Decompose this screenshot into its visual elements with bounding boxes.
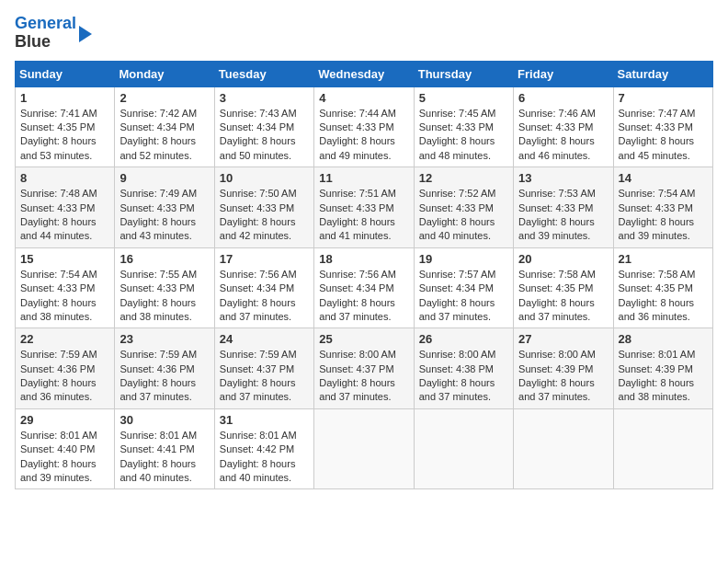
calendar-cell: 6 Sunrise: 7:46 AM Sunset: 4:33 PM Dayli… [514, 86, 613, 167]
day-number: 1 [20, 91, 109, 105]
day-info: Sunrise: 7:46 AM Sunset: 4:33 PM Dayligh… [518, 107, 608, 164]
calendar-cell [514, 408, 613, 489]
calendar-week-4: 22 Sunrise: 7:59 AM Sunset: 4:36 PM Dayl… [16, 328, 713, 409]
day-info: Sunrise: 7:42 AM Sunset: 4:34 PM Dayligh… [119, 107, 209, 164]
calendar-cell: 22 Sunrise: 7:59 AM Sunset: 4:36 PM Dayl… [16, 328, 115, 409]
day-info: Sunrise: 7:58 AM Sunset: 4:35 PM Dayligh… [619, 268, 708, 325]
calendar-week-5: 29 Sunrise: 8:01 AM Sunset: 4:40 PM Dayl… [16, 408, 713, 489]
day-info: Sunrise: 7:47 AM Sunset: 4:33 PM Dayligh… [619, 107, 708, 164]
calendar-cell: 23 Sunrise: 7:59 AM Sunset: 4:36 PM Dayl… [115, 328, 214, 409]
day-number: 8 [20, 171, 109, 185]
header-saturday: Saturday [613, 61, 712, 86]
calendar-cell: 5 Sunrise: 7:45 AM Sunset: 4:33 PM Dayli… [414, 86, 513, 167]
day-number: 4 [319, 91, 408, 105]
logo: General Blue [15, 15, 92, 52]
calendar-cell: 12 Sunrise: 7:52 AM Sunset: 4:33 PM Dayl… [414, 167, 513, 248]
calendar-cell [314, 408, 414, 489]
calendar-cell: 1 Sunrise: 7:41 AM Sunset: 4:35 PM Dayli… [16, 86, 115, 167]
day-info: Sunrise: 7:54 AM Sunset: 4:33 PM Dayligh… [20, 268, 109, 325]
calendar-cell: 29 Sunrise: 8:01 AM Sunset: 4:40 PM Dayl… [16, 408, 115, 489]
calendar-cell: 25 Sunrise: 8:00 AM Sunset: 4:37 PM Dayl… [314, 328, 414, 409]
day-number: 2 [119, 91, 209, 105]
calendar-cell [613, 408, 712, 489]
day-info: Sunrise: 7:56 AM Sunset: 4:34 PM Dayligh… [319, 268, 408, 325]
calendar-table: SundayMondayTuesdayWednesdayThursdayFrid… [15, 61, 713, 490]
day-info: Sunrise: 7:58 AM Sunset: 4:35 PM Dayligh… [518, 268, 608, 325]
header-thursday: Thursday [414, 61, 513, 86]
calendar-cell: 4 Sunrise: 7:44 AM Sunset: 4:33 PM Dayli… [314, 86, 414, 167]
day-info: Sunrise: 7:44 AM Sunset: 4:33 PM Dayligh… [319, 107, 408, 164]
day-info: Sunrise: 7:59 AM Sunset: 4:36 PM Dayligh… [119, 348, 209, 405]
day-info: Sunrise: 7:50 AM Sunset: 4:33 PM Dayligh… [220, 187, 309, 244]
day-number: 20 [518, 252, 608, 266]
day-number: 7 [619, 91, 708, 105]
day-number: 28 [619, 332, 708, 346]
day-number: 31 [220, 413, 309, 427]
day-info: Sunrise: 8:00 AM Sunset: 4:38 PM Dayligh… [419, 348, 508, 405]
header-friday: Friday [514, 61, 613, 86]
day-number: 18 [319, 252, 408, 266]
calendar-cell: 14 Sunrise: 7:54 AM Sunset: 4:33 PM Dayl… [613, 167, 712, 248]
day-number: 30 [119, 413, 209, 427]
day-number: 12 [419, 171, 508, 185]
day-number: 19 [419, 252, 508, 266]
day-number: 17 [220, 252, 309, 266]
day-info: Sunrise: 7:49 AM Sunset: 4:33 PM Dayligh… [119, 187, 209, 244]
calendar-cell: 30 Sunrise: 8:01 AM Sunset: 4:41 PM Dayl… [115, 408, 214, 489]
calendar-week-3: 15 Sunrise: 7:54 AM Sunset: 4:33 PM Dayl… [16, 247, 713, 328]
header-sunday: Sunday [16, 61, 115, 86]
day-info: Sunrise: 7:48 AM Sunset: 4:33 PM Dayligh… [20, 187, 109, 244]
calendar-cell: 9 Sunrise: 7:49 AM Sunset: 4:33 PM Dayli… [115, 167, 214, 248]
day-number: 22 [20, 332, 109, 346]
calendar-cell: 15 Sunrise: 7:54 AM Sunset: 4:33 PM Dayl… [16, 247, 115, 328]
calendar-cell: 7 Sunrise: 7:47 AM Sunset: 4:33 PM Dayli… [613, 86, 712, 167]
calendar-cell: 26 Sunrise: 8:00 AM Sunset: 4:38 PM Dayl… [414, 328, 513, 409]
header-tuesday: Tuesday [214, 61, 313, 86]
logo-text: General Blue [15, 15, 76, 52]
calendar-cell: 10 Sunrise: 7:50 AM Sunset: 4:33 PM Dayl… [214, 167, 313, 248]
day-info: Sunrise: 7:41 AM Sunset: 4:35 PM Dayligh… [20, 107, 109, 164]
day-number: 25 [319, 332, 408, 346]
day-info: Sunrise: 7:59 AM Sunset: 4:36 PM Dayligh… [20, 348, 109, 405]
day-number: 10 [220, 171, 309, 185]
day-number: 27 [518, 332, 608, 346]
calendar-week-2: 8 Sunrise: 7:48 AM Sunset: 4:33 PM Dayli… [16, 167, 713, 248]
day-number: 6 [518, 91, 608, 105]
calendar-cell: 28 Sunrise: 8:01 AM Sunset: 4:39 PM Dayl… [613, 328, 712, 409]
day-info: Sunrise: 7:45 AM Sunset: 4:33 PM Dayligh… [419, 107, 508, 164]
day-info: Sunrise: 7:57 AM Sunset: 4:34 PM Dayligh… [419, 268, 508, 325]
day-info: Sunrise: 8:00 AM Sunset: 4:39 PM Dayligh… [518, 348, 608, 405]
calendar-cell: 18 Sunrise: 7:56 AM Sunset: 4:34 PM Dayl… [314, 247, 414, 328]
calendar-cell: 21 Sunrise: 7:58 AM Sunset: 4:35 PM Dayl… [613, 247, 712, 328]
day-info: Sunrise: 7:55 AM Sunset: 4:33 PM Dayligh… [119, 268, 209, 325]
calendar-cell: 16 Sunrise: 7:55 AM Sunset: 4:33 PM Dayl… [115, 247, 214, 328]
day-number: 23 [119, 332, 209, 346]
logo-arrow-icon [79, 26, 92, 42]
calendar-cell: 2 Sunrise: 7:42 AM Sunset: 4:34 PM Dayli… [115, 86, 214, 167]
calendar-cell: 17 Sunrise: 7:56 AM Sunset: 4:34 PM Dayl… [214, 247, 313, 328]
calendar-cell: 20 Sunrise: 7:58 AM Sunset: 4:35 PM Dayl… [514, 247, 613, 328]
calendar-cell: 31 Sunrise: 8:01 AM Sunset: 4:42 PM Dayl… [214, 408, 313, 489]
calendar-cell: 8 Sunrise: 7:48 AM Sunset: 4:33 PM Dayli… [16, 167, 115, 248]
day-number: 29 [20, 413, 109, 427]
header-monday: Monday [115, 61, 214, 86]
day-info: Sunrise: 7:52 AM Sunset: 4:33 PM Dayligh… [419, 187, 508, 244]
day-info: Sunrise: 7:53 AM Sunset: 4:33 PM Dayligh… [518, 187, 608, 244]
day-info: Sunrise: 7:51 AM Sunset: 4:33 PM Dayligh… [319, 187, 408, 244]
day-number: 3 [220, 91, 309, 105]
calendar-cell: 3 Sunrise: 7:43 AM Sunset: 4:34 PM Dayli… [214, 86, 313, 167]
calendar-cell [414, 408, 513, 489]
day-info: Sunrise: 8:01 AM Sunset: 4:41 PM Dayligh… [119, 429, 209, 486]
logo-blue: Blue [15, 32, 51, 51]
day-number: 21 [619, 252, 708, 266]
day-number: 11 [319, 171, 408, 185]
day-number: 13 [518, 171, 608, 185]
day-info: Sunrise: 7:54 AM Sunset: 4:33 PM Dayligh… [619, 187, 708, 244]
calendar-cell: 24 Sunrise: 7:59 AM Sunset: 4:37 PM Dayl… [214, 328, 313, 409]
day-number: 16 [119, 252, 209, 266]
day-info: Sunrise: 7:43 AM Sunset: 4:34 PM Dayligh… [220, 107, 309, 164]
calendar-cell: 27 Sunrise: 8:00 AM Sunset: 4:39 PM Dayl… [514, 328, 613, 409]
calendar-cell: 13 Sunrise: 7:53 AM Sunset: 4:33 PM Dayl… [514, 167, 613, 248]
day-number: 9 [119, 171, 209, 185]
header-wednesday: Wednesday [314, 61, 414, 86]
